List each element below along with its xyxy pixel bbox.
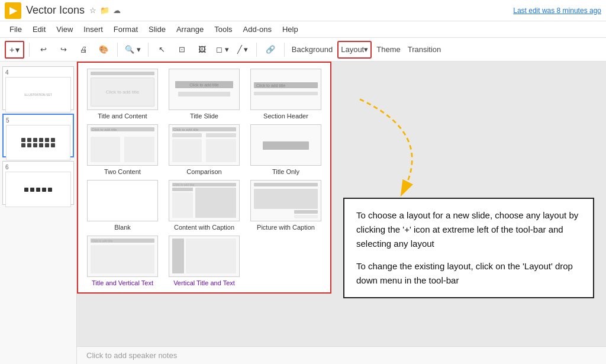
layout-item-title-slide[interactable]: Click to add title Title Slide [166, 69, 243, 120]
slide-thumb-inner-5 [6, 125, 70, 160]
folder-icon[interactable]: 📁 [100, 6, 109, 15]
annotation-box: To choose a layout for a new slide, choo… [343, 198, 594, 298]
line-button[interactable]: ╱ ▾ [234, 41, 252, 59]
title-icons: ☆ 📁 ☁ [89, 6, 121, 15]
slide-number-6: 6 [5, 164, 71, 170]
document-title[interactable]: Vector Icons [26, 4, 85, 17]
layout-item-title-content[interactable]: Click to add title Title and Content [84, 69, 161, 120]
annotation-para2: To change the existing layout, click on … [356, 259, 581, 288]
print-button[interactable]: 🖨 [75, 41, 92, 59]
slides-panel[interactable]: 4 ILLUSTRATION SET 5 [0, 62, 77, 364]
add-dropdown-icon[interactable]: ▾ [15, 45, 20, 54]
theme-button[interactable]: Theme [374, 41, 402, 59]
menu-arrange[interactable]: Arrange [172, 24, 208, 35]
layout-name-title-slide: Title Slide [190, 112, 218, 120]
shape-button[interactable]: ◻ ▾ [214, 41, 231, 59]
menu-addons[interactable]: Add-ons [238, 24, 276, 35]
layout-thumb-vertical-title [169, 236, 240, 277]
menu-slide[interactable]: Slide [144, 24, 170, 35]
layout-button[interactable]: Layout ▾ [337, 41, 372, 59]
slide-thumbnail-5[interactable]: 5 [2, 114, 74, 157]
slide-thumb-inner-4: ILLUSTRATION SET [5, 77, 71, 112]
slide-number-5: 5 [6, 117, 70, 124]
menu-insert[interactable]: Insert [79, 24, 108, 35]
transition-button[interactable]: Transition [405, 41, 444, 59]
annotation-para1: To choose a layout for a new slide, choo… [356, 208, 581, 251]
layout-thumb-title-slide: Click to add title [169, 69, 240, 110]
image-button[interactable]: 🖼 [194, 41, 211, 59]
slide-thumb-inner-6 [5, 172, 71, 207]
toolbar: + ▾ ↩ ↪ 🖨 🎨 🔍 ▾ ↖ ⊡ 🖼 ◻ ▾ ╱ ▾ 🔗 Backgrou… [0, 38, 606, 62]
layout-name-blank: Blank [114, 224, 131, 231]
layout-thumb-title-vertical: Click to add title [87, 236, 158, 277]
layout-item-section-header[interactable]: Click to add title Section Header [247, 69, 324, 120]
cloud-icon[interactable]: ☁ [113, 6, 121, 15]
layout-item-two-content[interactable]: Click to add title Two Content [84, 124, 161, 175]
select-tool-button[interactable]: ↖ [153, 41, 171, 59]
add-slide-button[interactable]: + ▾ [5, 41, 24, 59]
app-icon: ▶ [5, 2, 21, 19]
redo-button[interactable]: ↪ [54, 41, 72, 59]
speaker-notes-placeholder[interactable]: Click to add speaker notes [86, 351, 177, 360]
layout-item-blank[interactable]: Blank [84, 180, 161, 231]
layout-popup: Click to add title Title and Content Cli… [77, 62, 331, 294]
layout-item-content-caption[interactable]: Click to add title Content with Caption [166, 180, 243, 231]
layout-thumb-title-content: Click to add title [87, 69, 158, 110]
menu-tools[interactable]: Tools [209, 24, 237, 35]
main-area: 4 ILLUSTRATION SET 5 [0, 62, 606, 364]
menu-edit[interactable]: Edit [28, 24, 50, 35]
menu-view[interactable]: View [51, 24, 78, 35]
layout-name-vertical-title: Vertical Title and Text [173, 279, 235, 286]
layout-thumb-content-caption: Click to add title [169, 180, 240, 221]
layout-name-comparison: Comparison [186, 168, 221, 175]
speaker-notes[interactable]: Click to add speaker notes [77, 346, 606, 364]
background-button[interactable]: Background [289, 41, 335, 59]
layout-name-title-vertical: Title and Vertical Text [92, 279, 153, 286]
titlebar: ▶ Vector Icons ☆ 📁 ☁ Last edit was 8 min… [0, 0, 606, 21]
menu-help[interactable]: Help [278, 24, 303, 35]
toolbar-sep-2 [117, 43, 118, 57]
layout-name-two-content: Two Content [104, 168, 141, 175]
textbox-button[interactable]: ⊡ [173, 41, 191, 59]
link-button[interactable]: 🔗 [262, 41, 279, 59]
slide-number-4: 4 [5, 69, 71, 76]
layout-grid: Click to add title Title and Content Cli… [84, 69, 324, 286]
paint-format-button[interactable]: 🎨 [95, 41, 112, 59]
slide-thumbnail-6[interactable]: 6 [2, 161, 74, 205]
layout-thumb-blank [87, 180, 158, 221]
undo-button[interactable]: ↩ [34, 41, 52, 59]
layout-thumb-section-header: Click to add title [250, 69, 321, 110]
menubar: File Edit View Insert Format Slide Arran… [0, 21, 606, 38]
layout-dropdown-icon: ▾ [364, 45, 368, 54]
layout-name-section-header: Section Header [263, 112, 308, 120]
layout-thumb-two-content: Click to add title [87, 124, 158, 166]
toolbar-sep-5 [284, 43, 285, 57]
layout-item-title-vertical[interactable]: Click to add title Title and Vertical Te… [84, 236, 161, 286]
toolbar-sep-4 [256, 43, 257, 57]
layout-name-title-content: Title and Content [98, 112, 147, 120]
layout-item-picture-caption[interactable]: Picture with Caption [247, 180, 324, 231]
layout-thumb-title-only [250, 124, 321, 166]
plus-icon: + [9, 45, 14, 54]
zoom-button[interactable]: 🔍 ▾ [123, 41, 143, 59]
toolbar-sep-3 [148, 43, 149, 57]
star-icon[interactable]: ☆ [89, 6, 96, 15]
slide-thumbnail-4[interactable]: 4 ILLUSTRATION SET [2, 66, 74, 110]
layout-thumb-comparison: Click to add title [169, 124, 240, 166]
last-edit-label: Last edit was 8 minutes ago [513, 7, 601, 15]
layout-name-picture-caption: Picture with Caption [257, 224, 315, 231]
layout-thumb-picture-caption [250, 180, 321, 221]
layout-name-title-only: Title Only [272, 168, 299, 175]
layout-item-title-only[interactable]: Title Only [247, 124, 324, 175]
layout-name-content-caption: Content with Caption [174, 224, 234, 231]
menu-file[interactable]: File [5, 24, 27, 35]
layout-item-comparison[interactable]: Click to add title Comparison [166, 124, 243, 175]
layout-item-vertical-title[interactable]: Vertical Title and Text [166, 236, 243, 286]
toolbar-sep-1 [29, 43, 30, 57]
menu-format[interactable]: Format [109, 24, 143, 35]
canvas-area: Click to add title Title and Content Cli… [77, 62, 606, 364]
layout-label: Layout [341, 45, 364, 54]
